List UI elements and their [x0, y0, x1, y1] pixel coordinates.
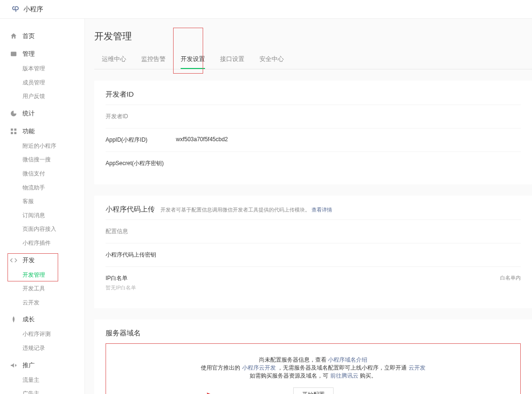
sidebar-item-manage[interactable]: 管理 — [0, 46, 84, 62]
sidebar-label: 推广 — [23, 361, 35, 370]
whitelist-label: IP白名单 — [106, 274, 176, 282]
appid-value: wxf503a70f5f45cbd2 — [176, 136, 228, 144]
sidebar-label: 管理 — [23, 50, 35, 58]
appid-label: AppID(小程序ID) — [106, 136, 176, 144]
upload-sub-prefix: 开发者可基于配置信息调用微信开发者工具提供的代码上传模块。 — [160, 207, 310, 212]
domain-title: 服务器域名 — [106, 329, 521, 338]
sidebar-sub-plugin[interactable]: 小程序插件 — [0, 236, 84, 250]
domain-intro-link[interactable]: 小程序域名介绍 — [328, 356, 367, 363]
sidebar-item-growth[interactable]: 成长 — [0, 311, 84, 327]
sidebar-sub-pay[interactable]: 微信支付 — [0, 167, 84, 181]
page-title: 开发管理 — [94, 30, 532, 50]
growth-icon — [9, 315, 18, 324]
sidebar-item-stats[interactable]: 统计 — [0, 106, 84, 121]
sidebar-label: 成长 — [23, 315, 35, 324]
cloud-dev-link2[interactable]: 云开发 — [409, 364, 426, 371]
tab-monitor[interactable]: 监控告警 — [141, 50, 166, 69]
devid-title: 开发者ID — [106, 90, 521, 99]
promo-icon — [9, 361, 18, 370]
whitelist-empty: 暂无IP白名单 — [106, 284, 521, 291]
svg-rect-0 — [11, 52, 16, 56]
sidebar-sub-feedback[interactable]: 用户反馈 — [0, 90, 84, 104]
upload-detail-link[interactable]: 查看详情 — [312, 207, 332, 212]
appsecret-label: AppSecret(小程序密钥) — [106, 159, 176, 167]
tab-api[interactable]: 接口设置 — [220, 50, 244, 69]
sidebar-sub-nearby[interactable]: 附近的小程序 — [0, 139, 84, 153]
upload-config-label: 配置信息 — [106, 227, 176, 235]
sidebar: 首页 管理 版本管理 成员管理 用户反馈 统计 — [0, 19, 84, 394]
sidebar-sub-devtools[interactable]: 开发工具 — [0, 282, 84, 296]
upload-title-text: 小程序代码上传 — [106, 205, 155, 214]
sidebar-sub-logistics[interactable]: 物流助手 — [0, 181, 84, 195]
sidebar-sub-eval[interactable]: 小程序评测 — [0, 327, 84, 341]
upload-subtitle: 开发者可基于配置信息调用微信开发者工具提供的代码上传模块。 查看详情 — [160, 206, 332, 213]
sidebar-sub-devmgmt[interactable]: 开发管理 — [0, 268, 84, 282]
tab-security[interactable]: 安全中心 — [259, 50, 284, 69]
start-config-button[interactable]: 开始配置 — [293, 387, 334, 394]
sidebar-item-home[interactable]: 首页 — [0, 28, 84, 44]
sidebar-sub-clouddev[interactable]: 云开发 — [0, 296, 84, 310]
domain-config-box: 尚未配置服务器信息，查看 小程序域名介绍 使用官方推出的 小程序云开发 ，无需服… — [106, 343, 521, 394]
upload-secret-label: 小程序代码上传密钥 — [106, 251, 176, 259]
upload-title: 小程序代码上传 开发者可基于配置信息调用微信开发者工具提供的代码上传模块。 查看… — [106, 205, 521, 214]
sidebar-item-dev[interactable]: 开发 — [0, 252, 84, 268]
svg-rect-2 — [14, 129, 16, 131]
tab-devsettings[interactable]: 开发设置 — [181, 50, 205, 69]
svg-rect-4 — [14, 132, 16, 134]
tabs: 运维中心 监控告警 开发设置 接口设置 安全中心 — [94, 50, 532, 69]
sidebar-label: 开发 — [23, 256, 35, 265]
sidebar-item-promo[interactable]: 推广 — [0, 357, 84, 373]
devid-card: 开发者ID 开发者ID AppID(小程序ID) wxf503a70f5f45c… — [94, 81, 532, 184]
sidebar-sub-version[interactable]: 版本管理 — [0, 62, 84, 76]
tab-ops[interactable]: 运维中心 — [102, 50, 126, 69]
arrow-annotation-icon — [134, 392, 219, 394]
svg-rect-3 — [11, 132, 13, 134]
dev-icon — [9, 256, 18, 265]
domain-card: 服务器域名 尚未配置服务器信息，查看 小程序域名介绍 使用官方推出的 小程序云开… — [94, 319, 532, 394]
sidebar-sub-subscribe[interactable]: 订阅消息 — [0, 209, 84, 223]
sidebar-sub-pagecontent[interactable]: 页面内容接入 — [0, 222, 84, 236]
sidebar-sub-violation[interactable]: 违规记录 — [0, 341, 84, 356]
sidebar-sub-cs[interactable]: 客服 — [0, 195, 84, 209]
stats-icon — [9, 109, 18, 118]
sidebar-sub-advertiser[interactable]: 广告主 — [0, 387, 84, 394]
manage-icon — [9, 50, 18, 58]
domain-line1: 尚未配置服务器信息，查看 小程序域名介绍 — [115, 356, 511, 364]
sidebar-item-features[interactable]: 功能 — [0, 123, 84, 139]
sidebar-sub-search[interactable]: 微信搜一搜 — [0, 153, 84, 167]
home-icon — [9, 32, 18, 40]
app-title: 小程序 — [23, 5, 43, 14]
main-content: 开发管理 运维中心 监控告警 开发设置 接口设置 安全中心 开发者ID 开发者I… — [84, 19, 532, 394]
domain-line2: 使用官方推出的 小程序云开发 ，无需服务器及域名配置即可上线小程序，立即开通 云… — [115, 364, 511, 372]
topbar: 小程序 — [0, 0, 532, 19]
whitelist-right: 白名单内 — [500, 274, 521, 282]
svg-rect-1 — [11, 129, 13, 131]
features-icon — [9, 127, 18, 136]
tencent-cloud-link[interactable]: 前往腾讯云 — [330, 372, 358, 379]
sidebar-label: 功能 — [23, 127, 35, 136]
sidebar-sub-traffic[interactable]: 流量主 — [0, 373, 84, 387]
logo-icon — [11, 5, 20, 14]
upload-card: 小程序代码上传 开发者可基于配置信息调用微信开发者工具提供的代码上传模块。 查看… — [94, 196, 532, 308]
sidebar-sub-member[interactable]: 成员管理 — [0, 76, 84, 90]
devid-header-label: 开发者ID — [106, 113, 176, 121]
cloud-dev-link[interactable]: 小程序云开发 — [242, 364, 276, 371]
sidebar-label: 首页 — [23, 32, 35, 40]
domain-line3: 如需购买服务器资源及域名，可 前往腾讯云 购买。 — [115, 372, 511, 380]
sidebar-label: 统计 — [23, 109, 35, 118]
